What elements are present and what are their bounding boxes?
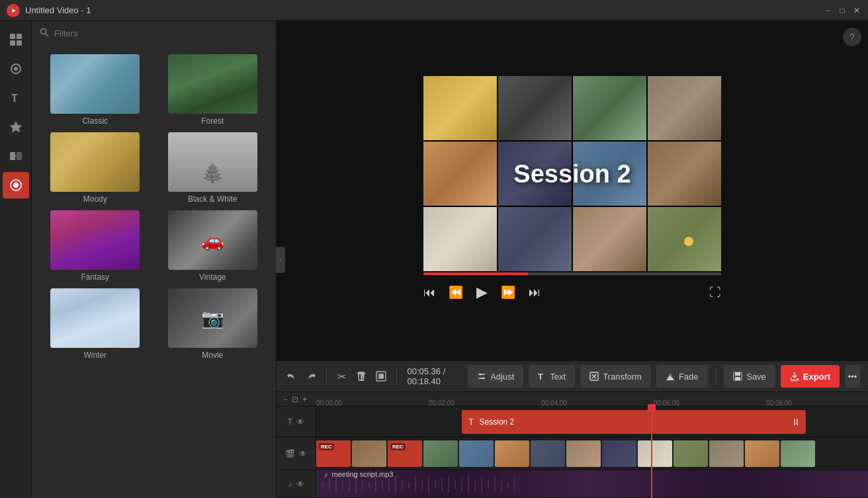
- main-content: T Classic Forest: [0, 21, 868, 498]
- fade-button[interactable]: Fade: [656, 365, 708, 388]
- svg-rect-18: [358, 372, 365, 373]
- svg-rect-4: [10, 40, 15, 46]
- zoom-out-button[interactable]: −: [282, 395, 289, 404]
- video-thumb-11: [745, 440, 779, 467]
- playhead[interactable]: [651, 407, 652, 498]
- filter-classic[interactable]: Classic: [40, 54, 151, 126]
- undo-button[interactable]: [284, 366, 299, 387]
- audio-track-icon[interactable]: ♪: [288, 479, 292, 489]
- transform-button[interactable]: Transform: [580, 365, 651, 388]
- session-clip[interactable]: T Session 2 ⏸: [462, 410, 806, 434]
- audio-filename: meeting script.mp3: [332, 470, 394, 478]
- collapse-panel-button[interactable]: ‹: [276, 247, 285, 273]
- filter-vintage[interactable]: 🚗 Vintage: [157, 210, 269, 282]
- session-clip-label: Session 2: [480, 417, 515, 427]
- filter-panel: Classic Forest Moody 🌲 Black & White Fan…: [32, 21, 277, 498]
- video-track-visibility[interactable]: 👁: [299, 449, 307, 458]
- audio-track-row: ♪ 👁 ♪ meeting script.mp3: [277, 470, 868, 498]
- zoom-fit-button[interactable]: ⊡: [290, 395, 300, 404]
- filter-forest[interactable]: Forest: [157, 54, 269, 126]
- adjust-button[interactable]: Adjust: [468, 365, 523, 388]
- ruler-mark-4: 00:08.00: [766, 399, 792, 407]
- filter-movie-thumb: 📷: [168, 288, 257, 348]
- app-icon: [7, 4, 20, 17]
- filter-bw[interactable]: 🌲 Black & White: [157, 132, 269, 204]
- svg-point-14: [13, 183, 19, 188]
- skip-forward-button[interactable]: ⏭: [529, 286, 541, 300]
- sidebar-item-media[interactable]: [3, 26, 29, 53]
- filter-winter[interactable]: Winter: [40, 288, 151, 360]
- filter-moody[interactable]: Moody: [40, 132, 151, 204]
- video-controls: ⏮ ⏪ ▶ ⏩ ⏭ ⛶: [423, 279, 721, 306]
- save-button[interactable]: Save: [724, 365, 775, 388]
- zoom-in-button[interactable]: +: [301, 395, 308, 404]
- video-cell-11: [573, 207, 646, 271]
- toolbar-separator-1: [326, 368, 327, 384]
- filter-fantasy[interactable]: Fantasy: [40, 210, 151, 282]
- filter-bw-thumb: 🌲: [168, 132, 257, 192]
- video-cell-9: [423, 207, 497, 271]
- crop-button[interactable]: [374, 366, 388, 387]
- export-button[interactable]: Export: [781, 365, 840, 388]
- sidebar-item-effects[interactable]: [3, 56, 29, 82]
- preview-video: Session 2: [423, 76, 721, 271]
- search-icon: [40, 28, 49, 39]
- audio-track-visibility[interactable]: 👁: [296, 479, 304, 489]
- text-track-icon[interactable]: T: [288, 417, 292, 427]
- svg-rect-20: [378, 374, 384, 379]
- rewind-button[interactable]: ⏪: [449, 285, 463, 300]
- svg-text:T: T: [11, 93, 18, 104]
- filter-movie-label: Movie: [202, 351, 223, 360]
- fullscreen-button[interactable]: ⛶: [709, 286, 721, 300]
- video-cell-2: [498, 76, 572, 140]
- sidebar-item-stickers[interactable]: [3, 114, 29, 140]
- video-track-controls: 🎬 👁: [277, 437, 316, 470]
- text-track-visibility[interactable]: 👁: [296, 417, 304, 427]
- skip-back-button[interactable]: ⏮: [423, 286, 435, 300]
- preview-area: ?: [277, 21, 868, 360]
- filter-search-input[interactable]: [54, 28, 268, 38]
- maximize-button[interactable]: □: [838, 6, 847, 15]
- playhead-handle: [648, 404, 656, 412]
- video-overlay-text: Session 2: [513, 159, 630, 188]
- filter-forest-thumb: [168, 54, 257, 114]
- more-options-button[interactable]: •••: [845, 365, 860, 388]
- text-track-content: T Session 2 ⏸: [316, 407, 868, 436]
- timeline-tracks: T 👁 T Session 2 ⏸ 🎬 👁: [277, 407, 868, 498]
- video-thumb-5: [531, 440, 565, 467]
- filter-search-bar: [32, 21, 276, 46]
- window-controls: − □ ✕: [823, 6, 861, 15]
- session-clip-icon: T: [468, 417, 474, 427]
- help-button[interactable]: ?: [843, 28, 861, 46]
- video-cell-8: [648, 142, 721, 206]
- sidebar-icons: T: [0, 21, 32, 498]
- window-title: Untitled Video - 1: [25, 5, 823, 15]
- sidebar-item-text[interactable]: T: [3, 85, 29, 111]
- transform-label: Transform: [603, 372, 642, 382]
- audio-track-controls: ♪ 👁: [277, 470, 316, 497]
- video-cell-3: [573, 76, 646, 140]
- svg-point-7: [14, 67, 18, 71]
- video-thumb-10: [709, 440, 744, 467]
- progress-bar-track[interactable]: [423, 272, 721, 275]
- video-cell-1: [423, 76, 497, 140]
- video-thumb-2: [423, 440, 458, 467]
- video-track-icon[interactable]: 🎬: [285, 449, 295, 458]
- redo-button[interactable]: [304, 366, 319, 387]
- close-button[interactable]: ✕: [852, 6, 861, 15]
- timeline: − ⊡ + 00:00.00 00:02.00 00:04.00 00:06.0…: [277, 392, 868, 498]
- video-thumb-1: [352, 440, 386, 467]
- delete-button[interactable]: [355, 366, 369, 387]
- text-button[interactable]: T Text: [529, 365, 575, 388]
- fast-forward-button[interactable]: ⏩: [501, 285, 515, 300]
- play-button[interactable]: ▶: [476, 284, 488, 301]
- filter-grid: Classic Forest Moody 🌲 Black & White Fan…: [32, 46, 276, 368]
- svg-rect-31: [735, 377, 740, 380]
- filter-movie[interactable]: 📷 Movie: [157, 288, 269, 360]
- filter-fantasy-thumb: [50, 210, 140, 270]
- sidebar-item-filters[interactable]: [3, 172, 29, 198]
- filter-classic-label: Classic: [82, 116, 108, 126]
- cut-button[interactable]: ✂: [335, 366, 349, 387]
- minimize-button[interactable]: −: [823, 6, 832, 15]
- sidebar-item-transitions[interactable]: [3, 143, 29, 169]
